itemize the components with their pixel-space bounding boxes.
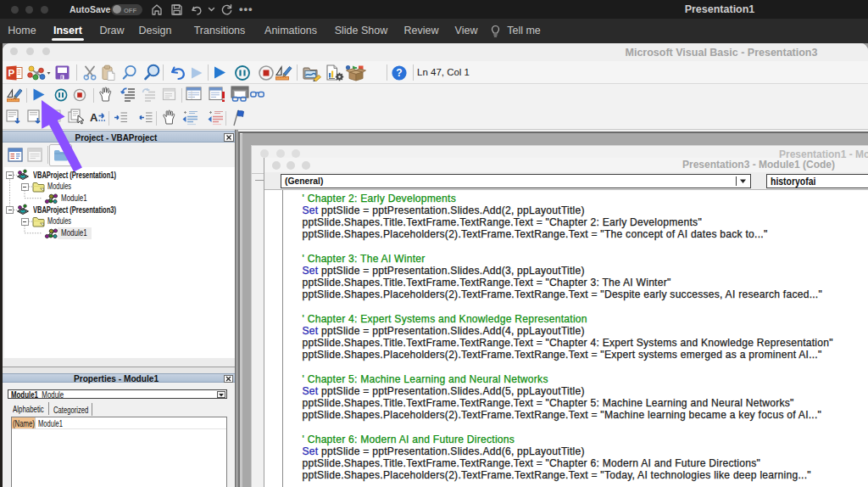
svg-text:P: P (8, 68, 14, 78)
svg-text:?: ? (396, 67, 402, 79)
